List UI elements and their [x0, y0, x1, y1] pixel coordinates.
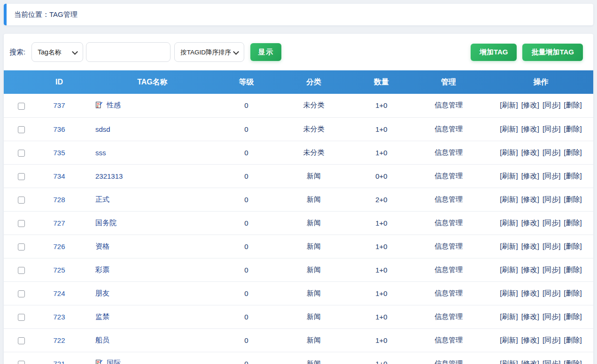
action-link[interactable]: [修改] — [521, 312, 539, 320]
tag-id-link[interactable]: 727 — [53, 219, 65, 227]
action-link[interactable]: [同步] — [543, 125, 560, 133]
action-link[interactable]: [刷新] — [500, 172, 518, 180]
row-checkbox[interactable] — [18, 220, 25, 227]
tag-id-link[interactable]: 736 — [53, 125, 65, 133]
info-manage-link[interactable]: 信息管理 — [434, 172, 463, 180]
row-checkbox[interactable] — [18, 361, 25, 364]
action-link[interactable]: [修改] — [521, 195, 539, 203]
action-link[interactable]: [删除] — [564, 125, 581, 133]
info-manage-link[interactable]: 信息管理 — [434, 101, 463, 109]
action-link[interactable]: [修改] — [521, 359, 539, 364]
action-link[interactable]: [修改] — [521, 148, 539, 156]
row-checkbox[interactable] — [18, 337, 25, 344]
action-link[interactable]: [删除] — [564, 265, 581, 273]
add-tag-button[interactable]: 增加TAG — [471, 44, 517, 61]
action-link[interactable]: [同步] — [543, 359, 560, 364]
info-manage-link[interactable]: 信息管理 — [434, 195, 463, 203]
action-link[interactable]: [修改] — [521, 242, 539, 250]
row-checkbox[interactable] — [18, 173, 25, 180]
tag-name-link[interactable]: 国际 — [107, 359, 121, 364]
row-checkbox[interactable] — [18, 103, 25, 110]
action-link[interactable]: [删除] — [564, 219, 581, 227]
tag-id-link[interactable]: 726 — [53, 243, 65, 250]
action-link[interactable]: [修改] — [521, 265, 539, 273]
tag-id-link[interactable]: 737 — [53, 101, 65, 109]
info-manage-link[interactable]: 信息管理 — [434, 289, 463, 297]
action-link[interactable]: [同步] — [543, 148, 560, 156]
tag-name-link[interactable]: 朋友 — [95, 289, 109, 297]
tag-id-link[interactable]: 725 — [53, 266, 65, 274]
action-link[interactable]: [同步] — [543, 195, 560, 203]
action-link[interactable]: [修改] — [521, 289, 539, 297]
row-checkbox[interactable] — [18, 243, 25, 250]
action-link[interactable]: [删除] — [564, 312, 581, 320]
action-link[interactable]: [刷新] — [500, 101, 518, 109]
action-link[interactable]: [删除] — [564, 148, 581, 156]
tag-name-link[interactable]: 船员 — [95, 336, 109, 344]
tag-id-link[interactable]: 735 — [53, 149, 65, 157]
action-link[interactable]: [刷新] — [500, 289, 518, 297]
action-link[interactable]: [刷新] — [500, 265, 518, 273]
action-link[interactable]: [刷新] — [500, 219, 518, 227]
action-link[interactable]: [删除] — [564, 195, 581, 203]
row-checkbox[interactable] — [18, 126, 25, 133]
tag-name-link[interactable]: 国务院 — [95, 219, 116, 227]
action-link[interactable]: [刷新] — [500, 148, 518, 156]
info-manage-link[interactable]: 信息管理 — [434, 265, 463, 273]
batch-add-tag-button[interactable]: 批量增加TAG — [522, 44, 583, 61]
tag-id-link[interactable]: 721 — [53, 360, 65, 364]
info-manage-link[interactable]: 信息管理 — [434, 219, 463, 227]
action-link[interactable]: [刷新] — [500, 359, 518, 364]
action-link[interactable]: [修改] — [521, 219, 539, 227]
tag-name-link[interactable]: 2321313 — [95, 172, 123, 180]
tag-id-link[interactable]: 723 — [53, 313, 65, 321]
search-field-select[interactable]: Tag名称 — [31, 42, 83, 62]
tag-name-link[interactable]: 正式 — [95, 195, 109, 203]
action-link[interactable]: [同步] — [543, 242, 560, 250]
tag-name-link[interactable]: 性感 — [107, 101, 121, 109]
show-button[interactable]: 显示 — [250, 43, 281, 61]
tag-name-link[interactable]: sdsd — [95, 125, 110, 133]
action-link[interactable]: [修改] — [521, 101, 539, 109]
edit-page-icon[interactable] — [95, 101, 102, 110]
tag-id-link[interactable]: 724 — [53, 289, 65, 297]
action-link[interactable]: [刷新] — [500, 336, 518, 344]
tag-id-link[interactable]: 722 — [53, 336, 65, 344]
action-link[interactable]: [同步] — [543, 101, 560, 109]
action-link[interactable]: [删除] — [564, 242, 581, 250]
tag-name-link[interactable]: 彩票 — [95, 265, 109, 273]
search-keyword-input[interactable] — [86, 42, 171, 62]
sort-order-select[interactable]: 按TAGID降序排序 — [174, 42, 244, 62]
action-link[interactable]: [修改] — [521, 172, 539, 180]
tag-name-link[interactable]: 资格 — [95, 242, 109, 250]
action-link[interactable]: [删除] — [564, 172, 581, 180]
tag-name-link[interactable]: sss — [95, 149, 106, 157]
action-link[interactable]: [刷新] — [500, 312, 518, 320]
action-link[interactable]: [同步] — [543, 336, 560, 344]
action-link[interactable]: [同步] — [543, 219, 560, 227]
action-link[interactable]: [同步] — [543, 265, 560, 273]
action-link[interactable]: [刷新] — [500, 125, 518, 133]
row-checkbox[interactable] — [18, 150, 25, 157]
row-checkbox[interactable] — [18, 290, 25, 297]
row-checkbox[interactable] — [18, 197, 25, 204]
info-manage-link[interactable]: 信息管理 — [434, 125, 463, 133]
action-link[interactable]: [删除] — [564, 289, 581, 297]
action-link[interactable]: [同步] — [543, 312, 560, 320]
action-link[interactable]: [修改] — [521, 336, 539, 344]
action-link[interactable]: [同步] — [543, 172, 560, 180]
action-link[interactable]: [刷新] — [500, 242, 518, 250]
info-manage-link[interactable]: 信息管理 — [434, 312, 463, 320]
action-link[interactable]: [删除] — [564, 336, 581, 344]
tag-id-link[interactable]: 728 — [53, 196, 65, 204]
action-link[interactable]: [修改] — [521, 125, 539, 133]
row-checkbox[interactable] — [18, 314, 25, 321]
info-manage-link[interactable]: 信息管理 — [434, 148, 463, 156]
info-manage-link[interactable]: 信息管理 — [434, 336, 463, 344]
row-checkbox[interactable] — [18, 267, 25, 274]
info-manage-link[interactable]: 信息管理 — [434, 242, 463, 250]
action-link[interactable]: [删除] — [564, 101, 581, 109]
tag-name-link[interactable]: 监禁 — [95, 312, 109, 320]
tag-id-link[interactable]: 734 — [53, 172, 65, 180]
action-link[interactable]: [删除] — [564, 359, 581, 364]
